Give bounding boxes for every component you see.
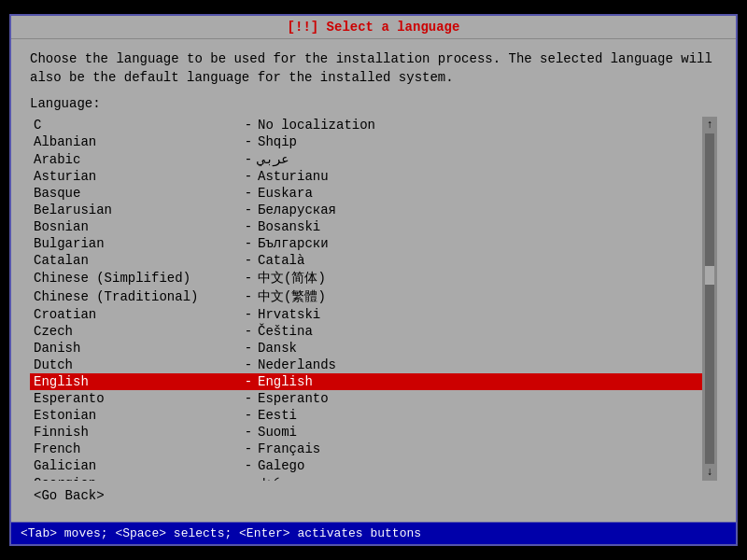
language-name: Asturian (34, 169, 239, 184)
list-container: C-No localizationAlbanian-ShqipArabic-عر… (30, 117, 717, 481)
language-dash: - (239, 118, 258, 133)
language-dash: - (239, 324, 258, 339)
language-dash: - (239, 271, 258, 286)
language-dash: - (239, 134, 258, 149)
dialog-window: [!!] Select a language Choose the langua… (9, 14, 738, 546)
language-native-name: Français (258, 441, 698, 456)
language-dash: - (239, 425, 258, 440)
language-row[interactable]: Belarusian-Беларуская (30, 202, 702, 218)
language-row[interactable]: Finnish-Suomi (30, 424, 702, 441)
language-name: C (34, 118, 239, 133)
language-dash: - (239, 253, 258, 268)
language-name: Finnish (34, 425, 239, 440)
language-name: Bulgarian (34, 236, 239, 251)
language-name: Croatian (34, 307, 239, 322)
language-native-name: Català (258, 253, 698, 268)
language-native-name: Asturianu (258, 169, 698, 184)
language-dash: - (239, 441, 258, 456)
language-name: Chinese (Simplified) (34, 271, 239, 286)
language-name: Estonian (34, 408, 239, 423)
scroll-down-arrow[interactable]: ↓ (706, 466, 712, 479)
language-dash: - (239, 236, 258, 251)
language-native-name: Nederlands (258, 357, 698, 372)
language-name: Georgian (34, 476, 239, 481)
language-row[interactable]: Dutch-Nederlands (30, 357, 702, 373)
language-native-name: Eesti (258, 408, 698, 423)
description-line1: Choose the language to be used for the i… (30, 50, 717, 69)
language-row[interactable]: Asturian-Asturianu (30, 168, 702, 185)
language-native-name: Čeština (258, 324, 698, 339)
language-native-name: Bosanski (258, 219, 698, 234)
language-row[interactable]: Arabic-عربي (30, 150, 702, 168)
language-dash: - (239, 219, 258, 234)
language-native-name: Беларуская (258, 203, 698, 217)
language-native-name: Shqip (258, 134, 698, 149)
language-native-name: 中文(简体) (258, 270, 698, 287)
language-row[interactable]: Georgian-ქართული (30, 474, 702, 481)
status-bar: <Tab> moves; <Space> selects; <Enter> ac… (11, 522, 736, 544)
language-row[interactable]: French-Français (30, 441, 702, 457)
language-row[interactable]: Esperanto-Esperanto (30, 390, 702, 407)
language-name: Catalan (34, 253, 239, 268)
scroll-up-arrow[interactable]: ↑ (706, 119, 712, 132)
language-dash: - (239, 408, 258, 423)
language-row[interactable]: Czech-Čeština (30, 323, 702, 340)
language-dash: - (239, 357, 258, 372)
language-name: Chinese (Traditional) (34, 289, 239, 304)
language-name: Arabic (34, 152, 239, 167)
language-name: Basque (34, 186, 239, 201)
language-name: Dutch (34, 357, 239, 372)
language-name: French (34, 441, 239, 456)
language-row[interactable]: Chinese (Traditional)-中文(繁體) (30, 287, 702, 306)
language-native-name: Esperanto (258, 391, 698, 406)
language-row[interactable]: Catalan-Català (30, 252, 702, 269)
language-dash: - (239, 203, 258, 217)
language-dash: - (239, 186, 258, 201)
language-row[interactable]: English-English (30, 373, 702, 390)
language-native-name: English (258, 374, 698, 389)
language-dash: - (239, 169, 258, 184)
language-dash: - (239, 341, 258, 356)
language-dash: - (239, 152, 258, 167)
title-text: [!!] Select a language (288, 20, 460, 35)
title-bar: [!!] Select a language (11, 16, 736, 39)
language-name: English (34, 374, 239, 389)
language-name: Albanian (34, 134, 239, 149)
scroll-thumb (705, 266, 714, 285)
language-native-name: Galego (258, 458, 698, 473)
language-native-name: No localization (258, 118, 698, 133)
language-row[interactable]: Bosnian-Bosanski (30, 218, 702, 235)
language-dash: - (239, 391, 258, 406)
language-name: Galician (34, 458, 239, 473)
scroll-track (705, 133, 714, 464)
language-native-name: Български (258, 236, 698, 251)
description: Choose the language to be used for the i… (30, 50, 717, 87)
language-native-name: Suomi (258, 425, 698, 440)
language-name: Belarusian (34, 203, 239, 217)
language-row[interactable]: Estonian-Eesti (30, 407, 702, 424)
language-row[interactable]: Basque-Euskara (30, 185, 702, 202)
language-native-name: Hrvatski (258, 307, 698, 322)
language-row[interactable]: Albanian-Shqip (30, 133, 702, 150)
language-row[interactable]: C-No localization (30, 117, 702, 133)
language-native-name: Euskara (258, 186, 698, 201)
language-row[interactable]: Croatian-Hrvatski (30, 306, 702, 323)
language-label: Language: (30, 96, 717, 111)
language-row[interactable]: Danish-Dansk (30, 340, 702, 357)
language-row[interactable]: Bulgarian-Български (30, 235, 702, 252)
go-back-row: <Go Back> (30, 481, 717, 511)
language-native-name: عربي (258, 151, 698, 167)
language-name: Danish (34, 341, 239, 356)
scrollbar[interactable]: ↑ ↓ (702, 117, 717, 481)
language-native-name: ქართული (258, 475, 698, 481)
go-back-button[interactable]: <Go Back> (34, 488, 105, 503)
language-row[interactable]: Chinese (Simplified)-中文(简体) (30, 269, 702, 287)
language-row[interactable]: Galician-Galego (30, 457, 702, 474)
language-native-name: 中文(繁體) (258, 288, 698, 305)
language-dash: - (239, 374, 258, 389)
language-dash: - (239, 289, 258, 304)
language-list[interactable]: C-No localizationAlbanian-ShqipArabic-عر… (30, 117, 702, 481)
language-native-name: Dansk (258, 341, 698, 356)
language-dash: - (239, 458, 258, 473)
language-dash: - (239, 307, 258, 322)
